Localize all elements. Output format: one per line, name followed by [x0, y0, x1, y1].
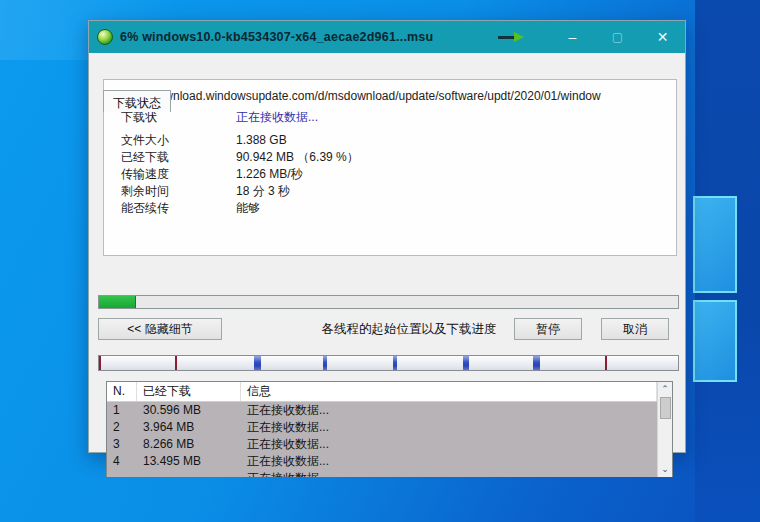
table-row[interactable]: 正在接收数据... — [107, 470, 657, 477]
table-row[interactable]: 4 13.495 MB 正在接收数据... — [107, 453, 657, 470]
threads-caption: 各线程的起始位置以及下载进度 — [269, 321, 549, 338]
field-label: 剩余时间 — [121, 183, 236, 200]
idm-download-window: 6% windows10.0-kb4534307-x64_aecae2d961.… — [88, 20, 686, 453]
cell-info: 正在接收数据... — [241, 419, 657, 436]
field-value: 能够 — [236, 200, 260, 217]
field-label: 传输速度 — [121, 166, 236, 183]
field-value: 正在接收数据... — [236, 109, 318, 126]
status-fields: 下载状 正在接收数据... 文件大小 1.388 GB 已经下载 90.942 … — [104, 109, 676, 217]
field-transfer-rate: 传输速度 1.226 MB/秒 — [121, 166, 676, 183]
titlebar[interactable]: 6% windows10.0-kb4534307-x64_aecae2d961.… — [89, 21, 685, 53]
table-row[interactable]: 2 3.964 MB 正在接收数据... — [107, 419, 657, 436]
overall-progress-bar — [98, 295, 679, 309]
field-file-size: 文件大小 1.388 GB — [121, 132, 676, 149]
scroll-up-icon[interactable]: ⌃ — [658, 382, 673, 397]
tab-download-status[interactable]: 下载状态 — [103, 90, 171, 112]
thread-marker-red — [605, 356, 607, 370]
col-header-n[interactable]: N. — [107, 382, 137, 401]
field-time-left: 剩余时间 18 分 3 秒 — [121, 183, 676, 200]
cell-n — [107, 470, 137, 477]
cell-downloaded: 8.266 MB — [137, 436, 241, 453]
table-row[interactable]: 3 8.266 MB 正在接收数据... — [107, 436, 657, 453]
table-scrollbar[interactable]: ⌃ ⌄ — [657, 382, 672, 477]
field-value: 1.388 GB — [236, 132, 287, 149]
status-panel: http://download.windowsupdate.com/d/msdo… — [103, 79, 677, 256]
thread-marker-red — [99, 356, 101, 370]
thread-marker-blue — [323, 356, 327, 370]
pause-button[interactable]: 暂停 — [514, 318, 582, 340]
cell-downloaded: 3.964 MB — [137, 419, 241, 436]
progress-fill — [99, 296, 136, 308]
download-url: http://download.windowsupdate.com/d/msdo… — [104, 80, 676, 109]
table-row[interactable]: 1 30.596 MB 正在接收数据... — [107, 402, 657, 419]
table-header: N. 已经下载 信息 — [107, 382, 657, 402]
wallpaper-window-pane — [693, 196, 737, 293]
field-label: 文件大小 — [121, 132, 236, 149]
thread-marker-blue — [254, 356, 261, 370]
thread-marker-red — [175, 356, 177, 370]
field-label: 能否续传 — [121, 200, 236, 217]
minimize-button[interactable]: – — [550, 21, 595, 53]
col-header-downloaded[interactable]: 已经下载 — [137, 382, 241, 401]
col-header-info[interactable]: 信息 — [241, 382, 657, 401]
cell-info: 正在接收数据... — [241, 453, 657, 470]
cell-n: 2 — [107, 419, 137, 436]
threads-bar — [98, 355, 679, 371]
idm-drop-arrow-icon — [498, 32, 524, 42]
field-value: 90.942 MB （6.39 %） — [236, 149, 359, 166]
cell-downloaded — [137, 470, 241, 477]
field-downloaded: 已经下载 90.942 MB （6.39 %） — [121, 149, 676, 166]
cell-info: 正在接收数据... — [241, 470, 657, 477]
cancel-button[interactable]: 取消 — [601, 318, 669, 340]
wallpaper-window-pane — [693, 300, 737, 382]
cell-downloaded: 13.495 MB — [137, 453, 241, 470]
field-status: 下载状 正在接收数据... — [121, 109, 676, 126]
cell-n: 1 — [107, 402, 137, 419]
threads-table: N. 已经下载 信息 1 30.596 MB 正在接收数据... 2 3.964… — [106, 381, 673, 477]
thread-marker-blue — [393, 356, 397, 370]
field-label: 已经下载 — [121, 149, 236, 166]
idm-app-icon — [97, 29, 113, 45]
field-value: 1.226 MB/秒 — [236, 166, 303, 183]
cell-n: 4 — [107, 453, 137, 470]
close-button[interactable]: ✕ — [640, 21, 685, 53]
cell-info: 正在接收数据... — [241, 402, 657, 419]
hide-details-button[interactable]: << 隐藏细节 — [98, 318, 222, 340]
scroll-down-icon[interactable]: ⌄ — [658, 462, 673, 477]
scrollbar-thumb[interactable] — [660, 397, 671, 419]
thread-marker-blue — [533, 356, 540, 370]
cell-downloaded: 30.596 MB — [137, 402, 241, 419]
cell-info: 正在接收数据... — [241, 436, 657, 453]
cell-n: 3 — [107, 436, 137, 453]
maximize-button[interactable]: ▢ — [595, 21, 640, 53]
field-resume-capability: 能否续传 能够 — [121, 200, 676, 217]
thread-marker-blue — [463, 356, 469, 370]
table-rows: 1 30.596 MB 正在接收数据... 2 3.964 MB 正在接收数据.… — [107, 402, 657, 477]
field-value: 18 分 3 秒 — [236, 183, 290, 200]
window-title: 6% windows10.0-kb4534307-x64_aecae2d961.… — [120, 30, 433, 44]
